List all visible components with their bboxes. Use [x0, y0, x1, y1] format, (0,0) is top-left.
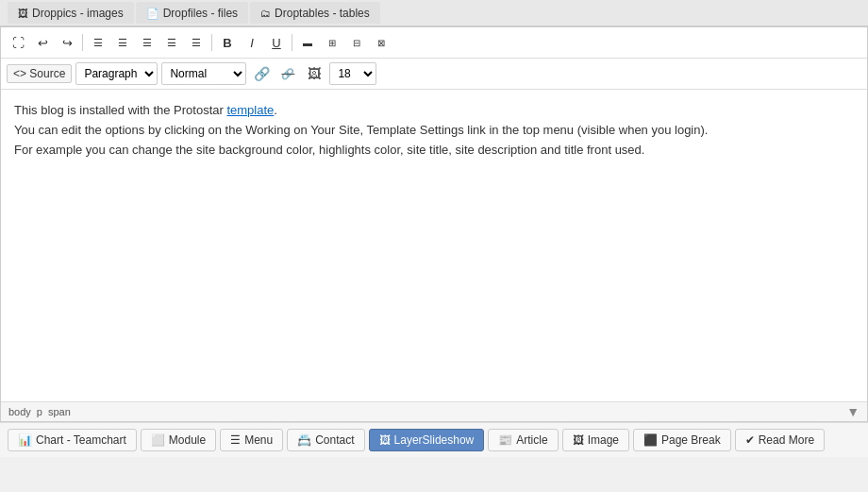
article-button[interactable]: 📰 Article — [488, 429, 558, 451]
fullscreen-button[interactable]: ⛶ — [7, 31, 29, 54]
bottom-toolbar: 📊 Chart - Teamchart ⬜ Module ☰ Menu 📇 Co… — [0, 422, 868, 457]
layerslideshow-icon: 🖼 — [379, 433, 391, 447]
link-button[interactable]: 🔗 — [250, 62, 273, 85]
align-center-button[interactable]: ☰ — [111, 31, 134, 54]
content-para3: For example you can change the site back… — [14, 141, 854, 161]
chart-label: Chart - Teamchart — [36, 433, 126, 447]
tab-droptables-label: Droptables - tables — [275, 7, 370, 20]
source-button[interactable]: <> Source — [7, 64, 72, 83]
separator2 — [211, 34, 212, 51]
toolbar-row1: ⛶ ↩ ↪ ☰ ☰ ☰ ☰ ☰ B I U ▬ ⊞ ⊟ ⊠ — [1, 27, 867, 59]
statusbar: body p span ▼ — [1, 401, 867, 421]
paragraph-select[interactable]: Paragraph Heading 1 Heading 2 Heading 3 … — [75, 62, 158, 85]
table-button[interactable]: ⊞ — [321, 31, 343, 54]
chart-icon: 📊 — [18, 433, 32, 447]
chart-teamchart-button[interactable]: 📊 Chart - Teamchart — [8, 429, 137, 451]
statusbar-path: body p span — [8, 406, 71, 417]
menu-icon: ☰ — [230, 433, 241, 447]
tab-droppics[interactable]: 🖼 Droppics - images — [8, 2, 134, 24]
contact-icon: 📇 — [297, 433, 311, 447]
toolbar-row2: <> Source Paragraph Heading 1 Heading 2 … — [1, 59, 867, 90]
read-more-button[interactable]: ✔ Read More — [735, 429, 825, 451]
contact-label: Contact — [315, 433, 354, 447]
list-button[interactable]: ☰ — [185, 31, 208, 54]
italic-button[interactable]: I — [241, 31, 263, 54]
read-more-label: Read More — [759, 433, 814, 447]
article-icon: 📰 — [498, 433, 512, 447]
tab-dropfiles[interactable]: 📄 Dropfiles - files — [136, 2, 248, 24]
module-button[interactable]: ⬜ Module — [141, 429, 216, 451]
page-break-label: Page Break — [661, 433, 721, 447]
separator1 — [82, 34, 83, 51]
format-select[interactable]: Normal Bold Italic — [161, 62, 246, 85]
separator3 — [292, 34, 292, 51]
table-align-button[interactable]: ⊟ — [345, 31, 368, 54]
table-format-button[interactable]: ⊠ — [370, 31, 392, 54]
page-break-button[interactable]: ⬛ Page Break — [633, 429, 731, 451]
redo-button[interactable]: ↪ — [56, 31, 78, 54]
read-more-icon: ✔ — [745, 433, 755, 447]
source-label: <> Source — [13, 67, 65, 80]
justify-button[interactable]: ☰ — [160, 31, 183, 54]
path-span: span — [48, 406, 71, 417]
image-label: Image — [588, 433, 619, 447]
editor-content[interactable]: This blog is installed with the Protosta… — [1, 90, 867, 401]
path-body: body — [8, 406, 31, 417]
page-break-icon: ⬛ — [643, 433, 658, 447]
menu-label: Menu — [244, 433, 273, 447]
content-para2: You can edit the options by clicking on … — [14, 121, 854, 141]
top-tabs: 🖼 Droppics - images 📄 Dropfiles - files … — [0, 0, 868, 26]
tab-droppics-label: Droppics - images — [32, 7, 124, 20]
path-p: p — [37, 406, 42, 417]
template-link[interactable]: template — [226, 103, 274, 117]
layerslideshow-label: LayerSlideshow — [394, 433, 475, 447]
droptables-icon: 🗂 — [260, 8, 271, 19]
article-label: Article — [516, 433, 547, 447]
dropfiles-icon: 📄 — [146, 8, 159, 20]
image-icon: 🖼 — [573, 433, 584, 447]
fontsize-select[interactable]: 810121416 182024283236 — [329, 62, 376, 85]
layerslideshow-button[interactable]: 🖼 LayerSlideshow — [369, 429, 485, 451]
resize-handle[interactable]: ▼ — [846, 404, 860, 419]
bold-button[interactable]: B — [216, 31, 239, 54]
content-para1: This blog is installed with the Protosta… — [14, 101, 854, 121]
contact-button[interactable]: 📇 Contact — [287, 429, 364, 451]
image-button[interactable]: 🖼 Image — [562, 429, 629, 451]
unlink-button[interactable]: 🔗 — [276, 62, 299, 85]
droppics-icon: 🖼 — [18, 8, 28, 19]
tab-dropfiles-label: Dropfiles - files — [163, 7, 238, 20]
module-icon: ⬜ — [151, 433, 165, 447]
align-right-button[interactable]: ☰ — [136, 31, 159, 54]
para1-suffix: . — [274, 103, 277, 117]
box-button[interactable]: ▬ — [296, 31, 319, 54]
module-label: Module — [169, 433, 206, 447]
align-left-button[interactable]: ☰ — [87, 31, 109, 54]
menu-button[interactable]: ☰ Menu — [220, 429, 283, 451]
para1-text: This blog is installed with the Protosta… — [14, 103, 226, 117]
image-insert-button[interactable]: 🖼 — [303, 62, 326, 85]
underline-button[interactable]: U — [265, 31, 288, 54]
undo-button[interactable]: ↩ — [31, 31, 54, 54]
editor-container: ⛶ ↩ ↪ ☰ ☰ ☰ ☰ ☰ B I U ▬ ⊞ ⊟ ⊠ <> Source … — [0, 26, 868, 422]
tab-droptables[interactable]: 🗂 Droptables - tables — [250, 2, 380, 24]
